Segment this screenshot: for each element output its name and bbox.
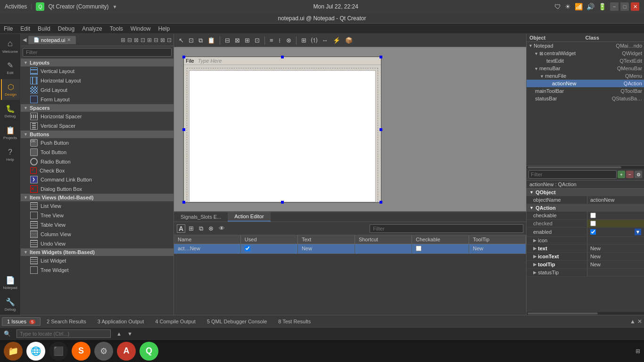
obj-actionNew[interactable]: actionNew QAction	[527, 80, 644, 87]
add-property-btn[interactable]: +	[618, 171, 625, 178]
taskbar-terminal[interactable]: ⬛	[49, 342, 68, 361]
resize-bl[interactable]	[182, 201, 185, 204]
prop-val-icon[interactable]	[587, 237, 644, 244]
status-scroll-down[interactable]: ▼	[127, 331, 132, 337]
prop-val-checked[interactable]	[587, 220, 644, 227]
resize-bc[interactable]	[281, 201, 284, 204]
widget-filter-input[interactable]	[23, 48, 172, 57]
designer-canvas[interactable]: File Type Here	[174, 47, 526, 211]
obj-menuFile[interactable]: ▼ menuFile QMenu	[527, 72, 644, 80]
action-new-btn[interactable]: ⊞	[187, 224, 196, 233]
app-name[interactable]: Qt Creator (Community)	[48, 3, 108, 10]
sidebar-debug[interactable]: 🐛 Debug	[1, 101, 20, 122]
remove-property-btn[interactable]: −	[626, 171, 634, 178]
locate-input[interactable]	[17, 329, 111, 338]
list-push-button[interactable]: OK Push Button	[21, 138, 173, 148]
tb-buddies[interactable]: ↔	[320, 36, 330, 45]
list-radio-button[interactable]: Radio Button	[21, 157, 173, 166]
tb-signals[interactable]: ⚡	[331, 36, 342, 45]
list-check-box[interactable]: ✓ Check Box	[21, 166, 173, 175]
activities-button[interactable]: Activities	[5, 3, 27, 10]
action-used-checkbox[interactable]	[245, 246, 250, 251]
property-filter-input[interactable]	[528, 170, 617, 179]
tb-select[interactable]: ⊡	[187, 36, 196, 45]
checkable-checkbox[interactable]	[590, 213, 596, 218]
list-tree-widget[interactable]: Tree Widget	[21, 265, 173, 275]
prop-val-statustip[interactable]	[587, 269, 644, 276]
tab-qml-debug[interactable]: 5 QML Debugger Console	[202, 317, 272, 326]
action-editor-tab[interactable]: Action Editor	[228, 212, 270, 222]
close-tab-icon[interactable]: ✕	[67, 37, 71, 42]
menu-build[interactable]: Build	[38, 25, 50, 32]
tb-copy[interactable]: ⧉	[197, 36, 205, 45]
col-name[interactable]: Name	[174, 235, 241, 244]
maximize-button[interactable]: □	[620, 2, 629, 11]
menu-file-item[interactable]: File	[186, 58, 194, 64]
col-used[interactable]: Used	[241, 235, 298, 244]
list-tool-button[interactable]: Tool Button	[21, 148, 173, 157]
sidebar-debug2[interactable]: 🔧 Debug	[1, 294, 20, 315]
close-bottom-icon[interactable]: ✕	[637, 318, 642, 325]
toolbar-icon-4[interactable]: ⊡	[140, 37, 145, 43]
prop-val-objectname[interactable]: actionNew	[587, 196, 644, 204]
tb-grid[interactable]: ⊞	[299, 36, 308, 45]
minimize-button[interactable]: −	[610, 2, 619, 11]
tb-layout-grid[interactable]: ⊞	[243, 36, 252, 45]
form-widget[interactable]: File Type Here	[183, 57, 381, 203]
tb-align-h[interactable]: ≡	[268, 36, 275, 45]
resize-tc[interactable]	[281, 56, 284, 58]
prop-section-qobject[interactable]: QObject	[527, 189, 644, 196]
resize-br[interactable]	[380, 201, 382, 204]
taskbar-sublime[interactable]: S	[72, 342, 91, 361]
tb-align-v[interactable]: ⫶	[276, 36, 283, 45]
property-options-btn[interactable]: ⚙	[635, 171, 642, 178]
prop-val-checkable[interactable]	[587, 212, 644, 219]
taskbar-settings[interactable]: ⚙	[94, 342, 113, 361]
tb-layout-form[interactable]: ⊡	[253, 36, 262, 45]
list-undo-view[interactable]: Undo View	[21, 239, 173, 248]
list-vertical-layout[interactable]: Vertical Layout	[21, 66, 173, 76]
notepad-ui-tab[interactable]: 📄 notepad.ui ✕	[28, 36, 76, 44]
list-column-view[interactable]: Column View	[21, 230, 173, 239]
menu-debug[interactable]: Debug	[58, 25, 74, 32]
dropdown-arrow[interactable]: ▼	[113, 4, 117, 9]
list-grid-layout[interactable]: Grid Layout	[21, 85, 173, 95]
prop-val-text[interactable]: New	[587, 245, 644, 252]
tab-issues[interactable]: 1 Issues 5	[2, 317, 41, 326]
sidebar-notepad[interactable]: 📄 Notepad	[1, 272, 20, 293]
checked-checkbox[interactable]	[590, 221, 596, 226]
action-delete-btn[interactable]: ⊗	[206, 224, 215, 233]
list-list-view[interactable]: List View	[21, 201, 173, 211]
toolbar-icon-1[interactable]: ⊞	[121, 37, 125, 43]
resize-mr[interactable]	[380, 128, 382, 131]
section-buttons[interactable]: Buttons	[21, 131, 173, 138]
resize-ml[interactable]	[182, 128, 185, 131]
scroll-left-arrow[interactable]: ◀	[23, 37, 26, 43]
status-scroll-up[interactable]: ▲	[116, 331, 122, 337]
menu-window[interactable]: Window	[131, 25, 151, 32]
list-dialog-button-box[interactable]: ✕ Dialog Button Box	[21, 184, 173, 194]
obj-statusBar[interactable]: statusBar QStatusBa…	[527, 95, 644, 102]
menu-edit[interactable]: Edit	[20, 25, 30, 32]
taskbar-app[interactable]: A	[117, 342, 136, 361]
tab-search[interactable]: 2 Search Results	[41, 317, 91, 326]
list-list-widget[interactable]: List Widget	[21, 256, 173, 265]
sidebar-help[interactable]: ? Help	[1, 144, 20, 165]
list-h-spacer[interactable]: Horizontal Spacer	[21, 112, 173, 121]
action-filter-input[interactable]	[370, 224, 523, 233]
obj-notepad[interactable]: ▼ Notepad QMai…ndo	[527, 42, 644, 49]
list-v-spacer[interactable]: Vertical Spacer	[21, 121, 173, 131]
toolbar-icon-6[interactable]: ⊟	[154, 37, 158, 43]
sidebar-projects[interactable]: 📋 Projects	[1, 123, 20, 143]
obj-textEdit[interactable]: textEdit QTextEdit	[527, 57, 644, 65]
action-preview-btn[interactable]: 👁	[217, 224, 227, 233]
signals-slots-tab[interactable]: Signals_Slots E...	[174, 213, 228, 221]
tb-layout-h[interactable]: ⊟	[223, 36, 232, 45]
taskbar-chrome[interactable]: 🌐	[26, 342, 45, 361]
list-horizontal-layout[interactable]: Horizontal Layout	[21, 76, 173, 85]
prop-section-qaction[interactable]: QAction	[527, 204, 644, 212]
menu-type-here[interactable]: Type Here	[198, 58, 222, 64]
tb-pointer[interactable]: ↖	[177, 36, 186, 45]
section-spacers[interactable]: Spacers	[21, 104, 173, 112]
toolbar-icon-7[interactable]: ⊠	[160, 37, 165, 43]
